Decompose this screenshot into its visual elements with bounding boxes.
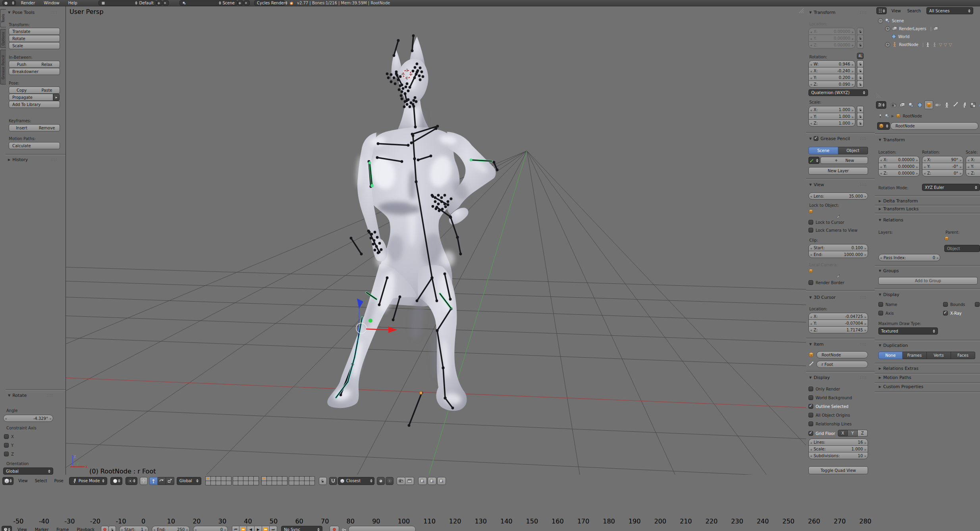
timeline-ruler[interactable]: -50-40-30-20-100102030405060708090100110…: [0, 516, 875, 524]
tab-textures[interactable]: [969, 101, 977, 109]
menu-marker[interactable]: Marker: [35, 527, 49, 531]
layer-cell[interactable]: [216, 481, 221, 485]
display-check-row[interactable]: X-Ray: [943, 310, 980, 316]
checkbox-x[interactable]: [4, 434, 9, 439]
cursor-field[interactable]: ◀▶Z:1.71745: [808, 326, 868, 333]
layer-cell[interactable]: [249, 481, 253, 485]
snap-toggle[interactable]: [329, 477, 337, 485]
transform-field[interactable]: ◀▶X:0.00000: [878, 156, 920, 163]
display-panel-header[interactable]: ▼Display::::: [809, 375, 869, 380]
transform-field[interactable]: ◀▶Y:1.000: [966, 163, 980, 170]
window-menu[interactable]: Window: [44, 1, 59, 5]
layer-cell[interactable]: [272, 481, 277, 485]
display-check-row[interactable]: Only Render: [808, 386, 868, 392]
grid-field[interactable]: ◀▶Subdivisions:10: [808, 452, 868, 459]
orientation-dropdown[interactable]: Global: [3, 468, 53, 475]
layer-cell[interactable]: [310, 477, 314, 481]
scrollbar-thumb[interactable]: [870, 8, 872, 471]
transform-field[interactable]: ◀▶X:1.000: [966, 156, 980, 163]
display-check-row[interactable]: Axis: [878, 310, 938, 316]
tree-row-world[interactable]: World: [875, 33, 980, 40]
grease-pencil-panel-header[interactable]: ▼Grease Pencil::::: [809, 136, 869, 141]
lock-button[interactable]: [857, 119, 864, 127]
lock-button[interactable]: [857, 60, 864, 67]
menu-playback[interactable]: Playback: [77, 527, 95, 531]
tab-scene[interactable]: [907, 101, 915, 109]
transform-field[interactable]: ◀▶Y:-0°: [922, 163, 963, 170]
layer-cell[interactable]: [299, 477, 304, 481]
layer-cell[interactable]: [277, 481, 282, 485]
restrict-icon[interactable]: ▽: [944, 42, 947, 47]
layer-cell[interactable]: [226, 481, 231, 485]
proportional-toggle[interactable]: [386, 477, 394, 485]
n-panel-scrollbar[interactable]: [870, 8, 873, 473]
scrollbar-thumb[interactable]: [58, 392, 61, 447]
next-keyframe-button[interactable]: ⏩: [262, 526, 270, 531]
lock-button[interactable]: [857, 28, 864, 35]
transform-field[interactable]: ◀▶Z:0.00000: [878, 169, 920, 177]
layer-cell[interactable]: [254, 481, 259, 485]
jump-start-button[interactable]: ⏮: [232, 526, 239, 531]
button-scale[interactable]: Scale: [9, 42, 60, 49]
add-to-group-button[interactable]: Add to Group: [878, 277, 978, 285]
render-border-checkbox[interactable]: [808, 280, 813, 285]
expand-toggle[interactable]: −: [878, 18, 883, 23]
tree-row-rootnode[interactable]: +RootNode|▽▽▽: [875, 40, 980, 48]
cursor-panel-header[interactable]: ▼3D Cursor::::: [809, 295, 869, 300]
layer-cell[interactable]: [294, 481, 299, 485]
layers-widget[interactable]: [261, 476, 315, 485]
translate-manip-button[interactable]: [149, 477, 158, 485]
grid-axis-y[interactable]: Y: [848, 430, 858, 437]
pass-index-field[interactable]: ◀▶Pass Index:0: [878, 254, 940, 261]
gp-object-button[interactable]: Object: [838, 147, 868, 154]
layer-grid[interactable]: [205, 476, 231, 485]
tab-bone[interactable]: [951, 101, 959, 109]
pose-copy-button-1[interactable]: [428, 477, 436, 485]
view-panel-header[interactable]: ▼View::::: [809, 182, 869, 187]
layers-grid[interactable]: [911, 236, 940, 247]
render-menu[interactable]: Render: [21, 1, 35, 5]
opengl-render-button[interactable]: [397, 477, 405, 485]
scene-delete-button[interactable]: [244, 0, 250, 6]
layer-cell[interactable]: [267, 481, 272, 485]
tab-options[interactable]: Options: [0, 29, 6, 48]
render-engine-selector[interactable]: Cycles Render: [254, 0, 285, 6]
tool-shelf-scrollbar[interactable]: [58, 391, 61, 475]
play-reverse-button[interactable]: ◀: [247, 526, 255, 531]
menu-view[interactable]: View: [18, 479, 28, 483]
help-menu[interactable]: Help: [68, 1, 77, 5]
jump-end-button[interactable]: ⏭: [270, 526, 277, 531]
menu-select[interactable]: Select: [35, 479, 47, 483]
tab-object[interactable]: [924, 100, 933, 109]
snap-rotate-toggle[interactable]: [377, 477, 385, 485]
layer-cell[interactable]: [233, 481, 238, 485]
display-check-row[interactable]: Outline Selected: [808, 404, 868, 409]
editor-type-button[interactable]: [2, 0, 16, 6]
transform-field[interactable]: ◀▶X:90°: [922, 156, 963, 163]
scale-field[interactable]: ◀▶Z:1.000: [808, 119, 855, 127]
layer-cell[interactable]: [211, 477, 216, 481]
record-button[interactable]: [330, 526, 339, 531]
transform-field[interactable]: ◀▶Z:1.000: [966, 169, 980, 177]
layer-cell[interactable]: [310, 481, 314, 485]
resize-grip-icon[interactable]: [876, 92, 882, 99]
editor-type-button[interactable]: [876, 7, 887, 14]
duplication-none[interactable]: None: [878, 352, 903, 359]
propagate-menu-button[interactable]: ▸: [53, 94, 60, 101]
collapsed-panel-delta-transform[interactable]: ▶Delta Transform: [879, 198, 966, 203]
layer-cell[interactable]: [277, 477, 282, 481]
lock-button[interactable]: [857, 41, 864, 48]
grid-field[interactable]: ◀▶Scale:1.000: [808, 445, 868, 452]
pose-copy-button-0[interactable]: [418, 477, 427, 485]
checkbox-bounds[interactable]: [943, 302, 948, 307]
layer-cell[interactable]: [221, 477, 226, 481]
scale-field[interactable]: ◀▶X:1.000: [808, 106, 855, 113]
angle-field[interactable]: ◀▶-4.329°: [3, 415, 53, 422]
local-camera-field[interactable]: [808, 269, 868, 276]
lock-button[interactable]: [857, 35, 864, 42]
parent-field[interactable]: [944, 236, 980, 243]
rotate-manip-button[interactable]: [158, 477, 166, 485]
lock-button[interactable]: [319, 477, 327, 485]
cut-checkbox-row[interactable]: [975, 302, 980, 307]
menu-frame[interactable]: Frame: [56, 527, 69, 531]
